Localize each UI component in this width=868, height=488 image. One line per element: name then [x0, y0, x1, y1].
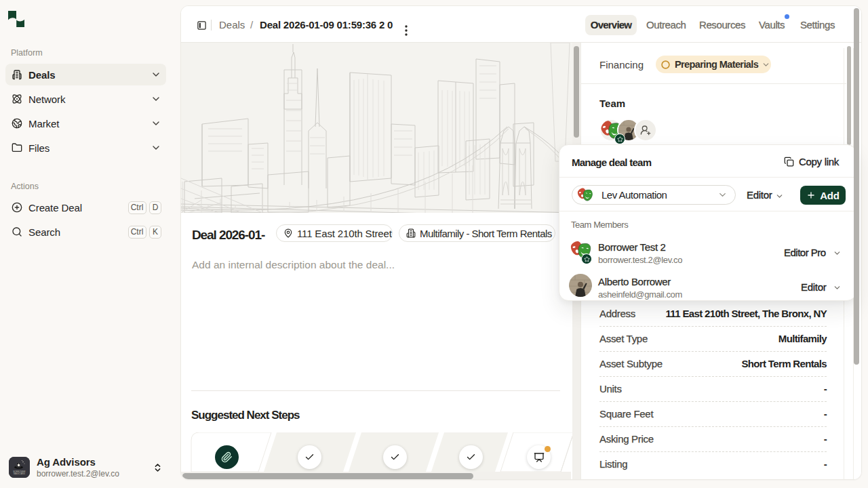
- svg-text:MAGICIANS: MAGICIANS: [14, 472, 25, 475]
